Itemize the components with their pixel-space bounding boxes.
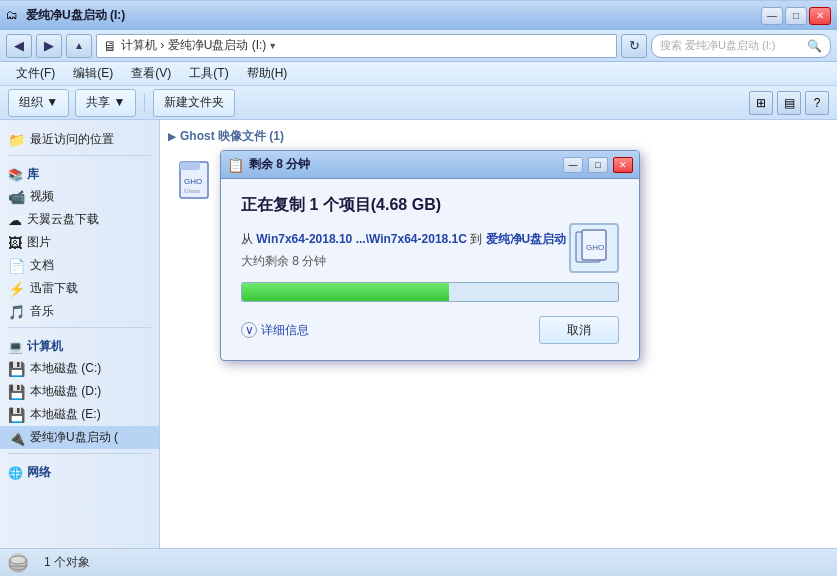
sidebar-divider-2 (8, 327, 151, 328)
status-drive-icon (8, 553, 28, 573)
sidebar-library-label: 库 (27, 166, 39, 183)
sidebar-label-pictures: 图片 (27, 234, 51, 251)
sidebar-item-usb[interactable]: 🔌 爱纯净U盘启动 ( (0, 426, 159, 449)
cloud-icon: ☁ (8, 212, 22, 228)
cancel-button[interactable]: 取消 (539, 316, 619, 344)
sidebar-label-drive-e: 本地磁盘 (E:) (30, 406, 101, 423)
sidebar-item-xunlei[interactable]: ⚡ 迅雷下载 (0, 277, 159, 300)
dialog-overlay: 📋 剩余 8 分钟 — □ ✕ GHO 正在复制 1 (160, 120, 837, 548)
progress-bar-container (241, 282, 619, 302)
preview-pane-button[interactable]: ▤ (777, 91, 801, 115)
sidebar-item-docs[interactable]: 📄 文档 (0, 254, 159, 277)
sidebar-item-drive-d[interactable]: 💾 本地磁盘 (D:) (0, 380, 159, 403)
sidebar-label-xunlei: 迅雷下载 (30, 280, 78, 297)
view-toggle-button[interactable]: ⊞ (749, 91, 773, 115)
titlebar-buttons: — □ ✕ (761, 7, 831, 25)
dialog-from-line: 从 Win7x64-2018.10 ...\Win7x64-2018.1C 到 … (241, 230, 619, 249)
details-button[interactable]: ∨ 详细信息 (241, 322, 309, 339)
dialog-footer: ∨ 详细信息 取消 (241, 316, 619, 344)
dialog-title-text: 剩余 8 分钟 (249, 156, 558, 173)
sidebar-divider-3 (8, 453, 151, 454)
sidebar: 📁 最近访问的位置 📚 库 📹 视频 ☁ 天翼云盘下载 🖼 图片 📄 文档 ⚡ … (0, 120, 160, 548)
sidebar-label-recent: 最近访问的位置 (30, 131, 114, 148)
toolbar-right: ⊞ ▤ ? (749, 91, 829, 115)
menu-edit[interactable]: 编辑(E) (65, 63, 121, 84)
sidebar-item-tianyiyun[interactable]: ☁ 天翼云盘下载 (0, 208, 159, 231)
title-bar: 🗂 爱纯净U盘启动 (I:) — □ ✕ (0, 0, 837, 30)
address-path: 计算机 › 爱纯净U盘启动 (I:) (121, 37, 266, 54)
dialog-header: 正在复制 1 个项目(4.68 GB) (241, 195, 619, 216)
sidebar-item-recent[interactable]: 📁 最近访问的位置 (0, 128, 159, 151)
address-bar: ◀ ▶ ▲ 🖥 计算机 › 爱纯净U盘启动 (I:) ▼ ↻ 搜索 爱纯净U盘启… (0, 30, 837, 62)
usb-icon: 🔌 (8, 430, 25, 446)
up-button[interactable]: ▲ (66, 34, 92, 58)
copy-dialog: 📋 剩余 8 分钟 — □ ✕ GHO 正在复制 1 (220, 150, 640, 361)
window-icon: 🗂 (6, 8, 22, 24)
status-count: 1 个对象 (44, 554, 90, 571)
from-label: 从 (241, 232, 253, 246)
content-area: Ghost 映像文件 (1) GHO Ghost Win7x64-2018.10… (160, 120, 837, 548)
sidebar-item-drive-c[interactable]: 💾 本地磁盘 (C:) (0, 357, 159, 380)
help-button[interactable]: ? (805, 91, 829, 115)
forward-button[interactable]: ▶ (36, 34, 62, 58)
pictures-icon: 🖼 (8, 235, 22, 251)
refresh-button[interactable]: ↻ (621, 34, 647, 58)
svg-point-9 (10, 556, 26, 564)
sidebar-item-video[interactable]: 📹 视频 (0, 185, 159, 208)
organize-button[interactable]: 组织 ▼ (8, 89, 69, 117)
computer-section-icon: 💻 (8, 340, 23, 354)
address-dropdown-icon: ▼ (268, 41, 277, 51)
sidebar-label-music: 音乐 (30, 303, 54, 320)
xunlei-icon: ⚡ (8, 281, 25, 297)
library-section-icon: 📚 (8, 168, 23, 182)
music-icon: 🎵 (8, 304, 25, 320)
main-area: 📁 最近访问的位置 📚 库 📹 视频 ☁ 天翼云盘下载 🖼 图片 📄 文档 ⚡ … (0, 120, 837, 548)
menu-view[interactable]: 查看(V) (123, 63, 179, 84)
sidebar-section-computer: 💻 计算机 (0, 332, 159, 357)
drive-e-icon: 💾 (8, 407, 25, 423)
sidebar-label-tianyiyun: 天翼云盘下载 (27, 211, 99, 228)
dialog-title-icon: 📋 (227, 157, 244, 173)
sidebar-item-pictures[interactable]: 🖼 图片 (0, 231, 159, 254)
sidebar-label-drive-c: 本地磁盘 (C:) (30, 360, 101, 377)
sidebar-label-docs: 文档 (30, 257, 54, 274)
dialog-body: GHO 正在复制 1 个项目(4.68 GB) 从 Win7x64-2018.1… (221, 179, 639, 360)
sidebar-divider-1 (8, 155, 151, 156)
search-box[interactable]: 搜索 爱纯净U盘启动 (I:) 🔍 (651, 34, 831, 58)
drive-c-icon: 💾 (8, 361, 25, 377)
menu-tools[interactable]: 工具(T) (181, 63, 236, 84)
dialog-time: 大约剩余 8 分钟 (241, 253, 619, 270)
network-section-icon: 🌐 (8, 466, 23, 480)
minimize-button[interactable]: — (761, 7, 783, 25)
sidebar-label-video: 视频 (30, 188, 54, 205)
dialog-close-button[interactable]: ✕ (613, 157, 633, 173)
from-value: Win7x64-2018.10 ...\Win7x64-2018.1C (256, 232, 467, 246)
back-button[interactable]: ◀ (6, 34, 32, 58)
drive-d-icon: 💾 (8, 384, 25, 400)
maximize-button[interactable]: □ (785, 7, 807, 25)
menu-help[interactable]: 帮助(H) (239, 63, 296, 84)
address-input[interactable]: 🖥 计算机 › 爱纯净U盘启动 (I:) ▼ (96, 34, 617, 58)
sidebar-item-drive-e[interactable]: 💾 本地磁盘 (E:) (0, 403, 159, 426)
search-placeholder: 搜索 爱纯净U盘启动 (I:) (660, 38, 776, 53)
progress-bar-fill (242, 283, 449, 301)
sidebar-section-library: 📚 库 (0, 160, 159, 185)
share-button[interactable]: 共享 ▼ (75, 89, 136, 117)
details-label: 详细信息 (261, 322, 309, 339)
docs-icon: 📄 (8, 258, 25, 274)
toolbar: 组织 ▼ 共享 ▼ 新建文件夹 ⊞ ▤ ? (0, 86, 837, 120)
sidebar-section-network: 🌐 网络 (0, 458, 159, 483)
status-bar: 1 个对象 (0, 548, 837, 576)
dialog-minimize-button[interactable]: — (563, 157, 583, 173)
search-icon: 🔍 (807, 39, 822, 53)
sidebar-item-music[interactable]: 🎵 音乐 (0, 300, 159, 323)
dialog-maximize-button[interactable]: □ (588, 157, 608, 173)
menu-file[interactable]: 文件(F) (8, 63, 63, 84)
close-button[interactable]: ✕ (809, 7, 831, 25)
dialog-file-icon: GHO (569, 223, 619, 273)
new-folder-button[interactable]: 新建文件夹 (153, 89, 235, 117)
video-icon: 📹 (8, 189, 25, 205)
sidebar-label-usb: 爱纯净U盘启动 ( (30, 429, 118, 446)
sidebar-network-label: 网络 (27, 464, 51, 481)
window-title: 爱纯净U盘启动 (I:) (26, 7, 761, 24)
